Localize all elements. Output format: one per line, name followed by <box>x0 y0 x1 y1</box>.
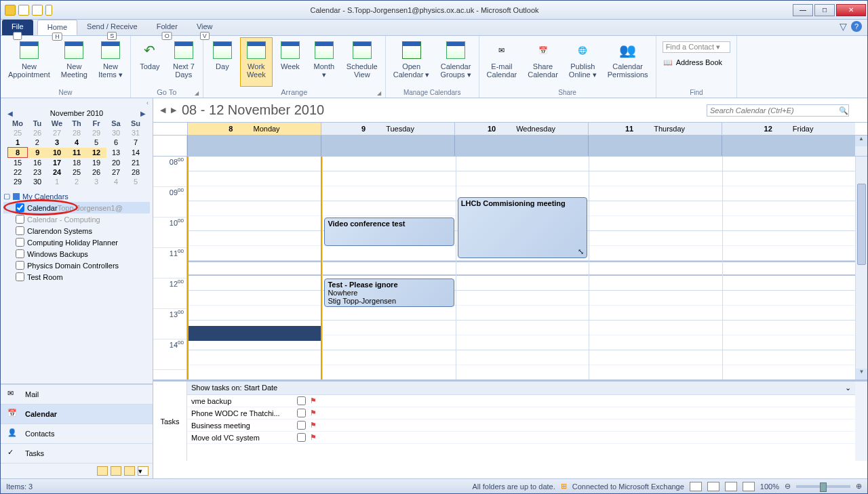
scrollbar-thumb[interactable] <box>857 184 866 265</box>
search-input[interactable] <box>707 104 849 117</box>
day-header[interactable]: 11Thursday <box>588 123 722 135</box>
ribbon-tabs: FileF HomeH Send / ReceiveS FolderO View… <box>1 20 867 36</box>
tab-send-receive[interactable]: Send / ReceiveS <box>77 20 147 35</box>
day-wednesday[interactable]: LHCb Commisioning meeting⤡ <box>456 157 589 379</box>
zoom-in-icon[interactable]: ⊕ <box>856 482 862 491</box>
view-normal-icon[interactable] <box>690 482 702 491</box>
day-thursday[interactable] <box>589 157 722 379</box>
open-calendar-button[interactable]: OpenCalendar ▾ <box>389 37 435 87</box>
flag-icon[interactable]: ⚑ <box>310 421 317 430</box>
flag-icon[interactable]: ⚑ <box>310 409 317 417</box>
today-button[interactable]: ↶Today <box>134 37 166 87</box>
calendar-item[interactable]: Test Room <box>3 271 150 283</box>
zoom-out-icon[interactable]: ⊖ <box>785 482 791 491</box>
appointment-test[interactable]: Test - Please ignoreNowhereStig Topp-Jor… <box>324 279 454 307</box>
prev-month-icon[interactable]: ◀ <box>7 110 13 117</box>
search-icon[interactable]: 🔍 <box>839 106 848 115</box>
all-day-row[interactable]: ▲ <box>153 136 867 156</box>
task-row[interactable]: Business meeting⚑ <box>187 419 855 432</box>
close-button[interactable]: ✕ <box>836 4 866 16</box>
calendar-item[interactable]: Windows Backups <box>3 248 150 260</box>
task-row[interactable]: Move old VC system⚑ <box>187 432 855 444</box>
scroll-down-icon[interactable]: ▼ <box>856 369 867 379</box>
prev-week-icon[interactable]: ◀ <box>160 106 165 115</box>
zoom-slider[interactable] <box>796 485 850 488</box>
help-icon[interactable]: ? <box>851 21 862 32</box>
scrollbar[interactable]: ▼ <box>855 157 867 379</box>
find-contact-input[interactable]: Find a Contact ▾ <box>659 40 734 54</box>
search-box[interactable]: 🔍 <box>707 104 861 117</box>
day-monday[interactable] <box>187 157 322 379</box>
day-header[interactable]: 12Friday <box>722 123 855 135</box>
calendar-item[interactable]: Computing Holiday Planner <box>3 236 150 248</box>
day-header[interactable]: 9Tuesday <box>321 123 454 135</box>
appointment-lhcb[interactable]: LHCb Commisioning meeting⤡ <box>458 197 587 258</box>
address-book-button[interactable]: 📖Address Book <box>659 56 726 69</box>
my-calendars-header[interactable]: ▢My Calendars <box>3 190 150 202</box>
flag-icon[interactable]: ⚑ <box>310 433 317 442</box>
flag-icon[interactable]: ⚑ <box>310 396 317 405</box>
resize-handle-icon[interactable]: ⤡ <box>578 247 584 256</box>
work-week-view-button[interactable]: WorkWeek <box>240 37 273 87</box>
maximize-button[interactable]: □ <box>814 4 835 16</box>
time-grid[interactable]: 0800090010001100120013001400 Video confe… <box>153 156 867 379</box>
day-view-button[interactable]: Day <box>206 37 239 87</box>
permissions-button[interactable]: 👥CalendarPermissions <box>603 37 653 87</box>
minimize-button[interactable]: — <box>793 4 813 16</box>
mail-icon: ✉ <box>7 389 20 400</box>
next-week-icon[interactable]: ▶ <box>171 106 176 115</box>
day-tuesday[interactable]: Video conference test Test - Please igno… <box>322 157 455 379</box>
view-reading-icon[interactable] <box>707 482 719 491</box>
day-header[interactable]: 10Wednesday <box>454 123 588 135</box>
qat-btn-1[interactable] <box>18 5 29 16</box>
tab-folder[interactable]: FolderO <box>147 20 187 35</box>
expand-tasks-icon[interactable]: ⌄ <box>845 384 851 392</box>
calendar-item[interactable]: CalendarTopp-Jorgensen1@ <box>3 202 150 213</box>
nav-calendar[interactable]: 📅Calendar <box>1 404 153 424</box>
nav-tasks[interactable]: ✓Tasks <box>1 443 153 463</box>
next-7-days-button[interactable]: Next 7Days <box>167 37 200 87</box>
tasks-header[interactable]: Show tasks on: Start Date⌄ <box>187 382 855 395</box>
mini-cal-grid[interactable]: MoTuWeThFrSaSu 25262728293031 1234567 89… <box>7 119 146 186</box>
appointment-video-conf[interactable]: Video conference test <box>324 218 454 246</box>
dialog-launcher-icon[interactable]: ◢ <box>377 90 381 96</box>
qat-btn-3[interactable] <box>45 5 52 16</box>
minimize-ribbon-icon[interactable]: ▽ <box>840 21 847 32</box>
nav-mail[interactable]: ✉Mail <box>1 384 153 404</box>
calendar-item[interactable]: Calendar - Computing <box>3 213 150 225</box>
day-header[interactable]: 8Monday <box>187 123 321 135</box>
share-calendar-button[interactable]: 📅ShareCalendar <box>523 37 563 87</box>
nav-contacts[interactable]: 👤Contacts <box>1 424 153 443</box>
collapse-pane-icon[interactable]: ‹ <box>1 98 153 108</box>
tab-home[interactable]: HomeH <box>37 20 77 35</box>
mini-calendar[interactable]: ◀ November 2010 ▶ MoTuWeThFrSaSu 2526272… <box>1 108 153 186</box>
next-month-icon[interactable]: ▶ <box>140 110 146 117</box>
email-calendar-button[interactable]: ✉E-mailCalendar <box>482 37 522 87</box>
scroll-up-icon[interactable]: ▲ <box>855 136 867 146</box>
task-row[interactable]: Phone WODC re Thatchi...⚑ <box>187 407 855 419</box>
tab-view[interactable]: ViewV <box>187 20 222 35</box>
publish-online-button[interactable]: 🌐PublishOnline ▾ <box>564 37 601 87</box>
qat-btn-2[interactable] <box>32 5 43 16</box>
configure-buttons-icon[interactable]: ▾ <box>138 466 149 476</box>
dialog-launcher-icon[interactable]: ◢ <box>195 90 199 96</box>
calendar-item[interactable]: Clarendon Systems <box>3 225 150 236</box>
day-friday[interactable] <box>722 157 855 379</box>
folder-shortcut-icon[interactable] <box>111 466 121 476</box>
calendar-groups-button[interactable]: CalendarGroups ▾ <box>435 37 475 87</box>
selected-timeslot[interactable] <box>189 326 321 341</box>
task-row[interactable]: vme backup⚑ <box>187 395 855 407</box>
calendar-item[interactable]: Physics Domain Controllers <box>3 260 150 271</box>
new-items-button[interactable]: NewItems ▾ <box>94 37 127 87</box>
new-meeting-button[interactable]: NewMeeting <box>56 37 92 87</box>
notes-shortcut-icon[interactable] <box>97 466 108 476</box>
view-people-icon[interactable] <box>743 482 755 491</box>
schedule-view-button[interactable]: ScheduleView <box>342 37 382 87</box>
tab-file[interactable]: FileF <box>2 20 33 35</box>
week-view-button[interactable]: Week <box>274 37 307 87</box>
month-view-button[interactable]: Month▾ <box>308 37 340 87</box>
view-list-icon[interactable] <box>725 482 737 491</box>
shortcuts-icon[interactable] <box>124 466 135 476</box>
new-appointment-button[interactable]: NewAppointment <box>3 37 55 87</box>
group-arrange: Arrange◢ <box>206 87 382 98</box>
